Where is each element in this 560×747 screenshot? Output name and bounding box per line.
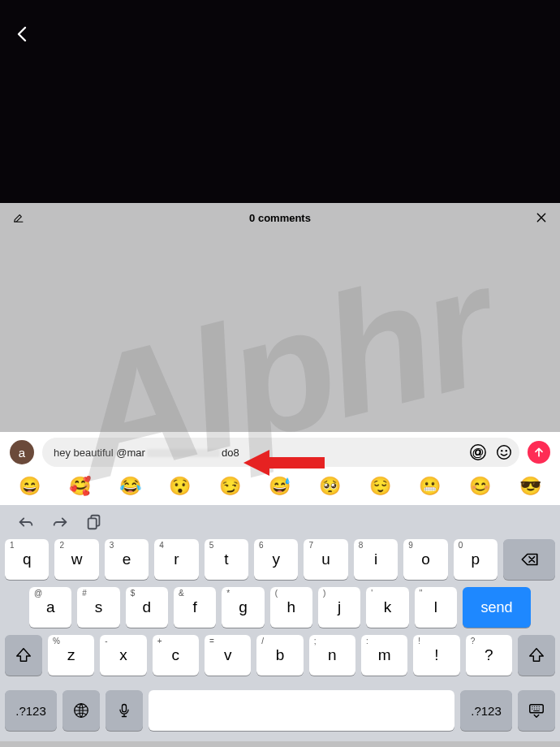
key-k[interactable]: 'k [366,587,408,628]
svg-point-4 [498,446,511,460]
key-n[interactable]: ;n [309,635,355,676]
shift-key-right[interactable] [518,635,555,676]
key-o[interactable]: 9o [403,539,447,580]
numeric-key[interactable]: .?123 [5,690,57,731]
space-key[interactable] [149,690,454,731]
quick-emoji[interactable]: 🥺 [319,476,341,497]
redo-icon[interactable] [50,512,70,532]
emoji-picker-icon[interactable] [495,443,513,461]
quick-emoji[interactable]: 😯 [169,476,191,497]
globe-key[interactable] [62,690,100,731]
backspace-key[interactable] [503,539,555,580]
key-d[interactable]: $d [126,587,168,628]
quick-emoji[interactable]: 😌 [369,476,391,497]
key-e[interactable]: 3e [105,539,149,580]
dismiss-keyboard-key[interactable] [518,690,555,731]
close-icon[interactable] [534,210,549,225]
comments-header: 0 comments [0,203,560,232]
svg-rect-10 [123,705,127,712]
comments-count-label: 0 comments [26,212,534,224]
key-x[interactable]: -x [100,635,146,676]
video-backdrop [0,0,560,203]
key-y[interactable]: 6y [254,539,298,580]
comment-input-strip: a hey beautiful @mardo8 @ 😄🥰😂😯😏😅� [0,432,560,505]
comment-input-text: hey beautiful @mardo8 [54,447,464,459]
key-![interactable]: !! [413,635,459,676]
key-b[interactable]: /b [256,635,303,676]
keyboard-toolbar [0,505,560,539]
keyboard: 1q2w3e4r5t6y7u8i9o0p @a#s$d&f*g(h)j'k"l … [0,505,560,741]
quick-emoji[interactable]: 😎 [519,476,541,497]
key-m[interactable]: :m [361,635,407,676]
avatar[interactable]: a [10,440,34,464]
quick-emoji[interactable]: 😏 [219,476,241,497]
svg-text:@: @ [472,446,484,459]
key-j[interactable]: )j [318,587,360,628]
undo-icon[interactable] [16,512,36,532]
comments-sheet: 0 comments a hey beautiful @mardo8 @ [0,203,560,747]
emoji-quick-row: 😄🥰😂😯😏😅🥺😌😬😊😎 [0,473,560,505]
key-z[interactable]: %z [48,635,94,676]
key-q[interactable]: 1q [5,539,49,580]
svg-point-6 [506,450,507,451]
key-f[interactable]: &f [174,587,216,628]
keyboard-send-key[interactable]: send [463,587,531,628]
edit-icon[interactable] [11,210,26,225]
quick-emoji[interactable]: 🥰 [69,476,91,497]
key-v[interactable]: =v [205,635,251,676]
key-l[interactable]: "l [415,587,457,628]
shift-key[interactable] [5,635,42,676]
key-?[interactable]: ?? [466,635,512,676]
comment-input[interactable]: hey beautiful @mardo8 @ [42,438,519,467]
key-u[interactable]: 7u [304,539,347,580]
key-a[interactable]: @a [29,587,71,628]
quick-emoji[interactable]: 😅 [269,476,291,497]
quick-emoji[interactable]: 😬 [419,476,441,497]
mention-icon[interactable]: @ [469,443,487,461]
back-button[interactable] [13,24,36,47]
svg-point-5 [501,450,502,451]
quick-emoji[interactable]: 😂 [119,476,141,497]
key-i[interactable]: 8i [354,539,398,580]
key-r[interactable]: 4r [154,539,198,580]
send-comment-button[interactable] [528,441,550,464]
key-g[interactable]: *g [222,587,264,628]
key-c[interactable]: +c [153,635,199,676]
mic-key[interactable] [106,690,143,731]
svg-rect-8 [88,518,97,529]
key-p[interactable]: 0p [454,539,498,580]
key-h[interactable]: (h [270,587,312,628]
quick-emoji[interactable]: 😄 [19,476,41,497]
key-w[interactable]: 2w [54,539,98,580]
comments-empty-area [0,232,560,432]
quick-emoji[interactable]: 😊 [469,476,491,497]
key-t[interactable]: 5t [205,539,248,580]
key-s[interactable]: #s [77,587,119,628]
clipboard-icon[interactable] [84,512,104,532]
numeric-key-right[interactable]: .?123 [460,690,512,731]
